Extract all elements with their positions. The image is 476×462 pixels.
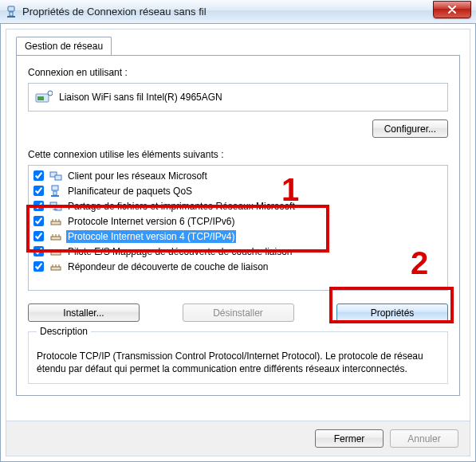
svg-rect-16: [51, 267, 61, 270]
list-item-label: Protocole Internet version 6 (TCP/IPv6): [66, 215, 236, 228]
svg-point-5: [48, 91, 53, 96]
description-heading: Description: [37, 326, 91, 337]
list-item-checkbox[interactable]: [33, 201, 44, 211]
svg-rect-7: [55, 175, 61, 180]
window-title: Propriétés de Connexion réseau sans fil: [22, 6, 433, 18]
list-item-checkbox[interactable]: [33, 231, 44, 241]
responder-icon: [49, 260, 63, 273]
tab-network-management[interactable]: Gestion de réseau: [16, 37, 112, 57]
adapter-label: Connexion en utilisant :: [28, 67, 448, 78]
list-item[interactable]: Répondeur de découverte de couche de lia…: [29, 259, 447, 274]
list-item-label: Partage de fichiers et imprimantes Résea…: [66, 200, 297, 213]
list-item-label: Protocole Internet version 4 (TCP/IPv4): [66, 230, 236, 243]
properties-button[interactable]: Propriétés: [336, 303, 448, 322]
svg-rect-9: [53, 191, 57, 195]
configure-button[interactable]: Configurer...: [372, 119, 448, 138]
components-list[interactable]: Client pour les réseaux MicrosoftPlanifi…: [28, 165, 448, 291]
svg-rect-13: [51, 221, 61, 225]
components-label: Cette connexion utilise les éléments sui…: [28, 149, 448, 160]
list-item-checkbox[interactable]: [33, 246, 44, 256]
list-item[interactable]: Protocole Internet version 4 (TCP/IPv4): [29, 229, 447, 244]
uninstall-button[interactable]: Désinstaller: [183, 303, 294, 322]
cancel-button[interactable]: Annuler: [390, 429, 458, 448]
dialog-window: Propriétés de Connexion réseau sans fil …: [0, 0, 476, 462]
driver-icon: [49, 245, 63, 258]
svg-rect-15: [51, 252, 61, 255]
list-item[interactable]: Client pour les réseaux Microsoft: [29, 168, 447, 183]
svg-rect-0: [8, 6, 14, 11]
list-item-label: Répondeur de découverte de couche de lia…: [66, 260, 270, 273]
description-group: Description Protocole TCP/IP (Transmissi…: [28, 331, 448, 384]
list-item-checkbox[interactable]: [33, 216, 44, 226]
dialog-body: Gestion de réseau Connexion en utilisant…: [0, 24, 476, 462]
svg-rect-2: [7, 16, 15, 18]
list-item-label: Pilote E/S Mappage de découverte de couc…: [66, 245, 294, 258]
svg-rect-8: [52, 186, 58, 190]
list-item[interactable]: Protocole Internet version 6 (TCP/IPv6): [29, 213, 447, 229]
svg-rect-4: [37, 96, 44, 100]
list-item[interactable]: Partage de fichiers et imprimantes Résea…: [29, 198, 447, 213]
list-item-label: Client pour les réseaux Microsoft: [66, 170, 209, 182]
install-button[interactable]: Installer...: [28, 303, 140, 322]
client-icon: [49, 170, 63, 182]
protocol-icon: [49, 215, 63, 228]
svg-rect-14: [51, 237, 61, 240]
adapter-icon: [35, 89, 53, 105]
svg-rect-10: [51, 195, 59, 197]
close-icon: [447, 6, 457, 14]
dialog-footer: Fermer Annuler: [6, 421, 470, 456]
close-button[interactable]: [433, 1, 471, 18]
qos-icon: [49, 185, 63, 198]
protocol-icon: [49, 230, 63, 243]
list-item-checkbox[interactable]: [33, 261, 44, 272]
tab-bar: Gestion de réseau: [16, 36, 460, 55]
adapter-box: Liaison WiFi sans fil Intel(R) 4965AGN: [28, 83, 448, 112]
close-dialog-button[interactable]: Fermer: [315, 429, 384, 448]
titlebar[interactable]: Propriétés de Connexion réseau sans fil: [0, 0, 476, 24]
dialog-inner: Gestion de réseau Connexion en utilisant…: [6, 29, 470, 456]
adapter-name: Liaison WiFi sans fil Intel(R) 4965AGN: [59, 92, 222, 103]
list-item[interactable]: Planificateur de paquets QoS: [29, 183, 447, 198]
list-item-checkbox[interactable]: [33, 186, 44, 196]
app-icon: [5, 6, 18, 18]
list-item-checkbox[interactable]: [33, 170, 44, 181]
tab-pane: Connexion en utilisant : Liaison WiFi sa…: [16, 55, 460, 396]
description-text: Protocole TCP/IP (Transmission Control P…: [37, 350, 439, 375]
list-item[interactable]: Pilote E/S Mappage de découverte de couc…: [29, 244, 447, 259]
share-icon: [49, 200, 63, 213]
svg-rect-1: [10, 12, 13, 16]
list-item-label: Planificateur de paquets QoS: [66, 185, 194, 198]
